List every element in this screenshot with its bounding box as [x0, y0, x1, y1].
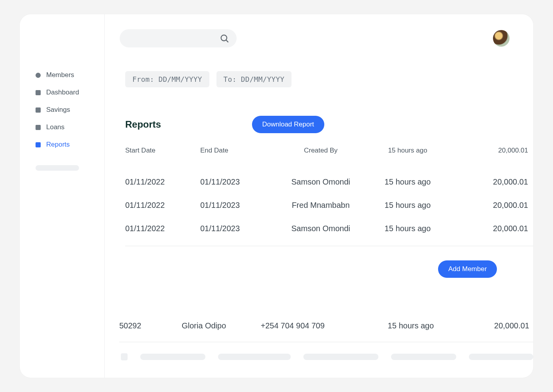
- cell-time: 15 hours ago: [366, 177, 449, 187]
- from-date-input[interactable]: From: DD/MM/YYYY: [125, 71, 209, 87]
- add-member-button[interactable]: Add Member: [438, 260, 497, 278]
- cell-amount: 20,000.01: [449, 201, 528, 210]
- table-row[interactable]: 01/11/2022 01/11/2023 Samson Omondi 15 h…: [125, 217, 533, 240]
- svg-point-0: [221, 35, 227, 41]
- cell-time: 15 hours ago: [366, 201, 449, 210]
- skeleton-pill: [469, 354, 533, 360]
- cell-method: Cash: [528, 201, 533, 210]
- download-report-button[interactable]: Download Report: [252, 116, 324, 133]
- reports-table: Start Date End Date Created By 15 hours …: [120, 147, 533, 378]
- cell-time: 15 hours ago: [367, 321, 454, 330]
- cell-id: 50292: [119, 321, 182, 330]
- sidebar-item-label: Reports: [46, 141, 70, 149]
- cell-start: 01/11/2022: [125, 224, 200, 233]
- circle-icon: [36, 73, 41, 78]
- to-date-input[interactable]: To: DD/MM/YYYY: [216, 71, 292, 87]
- date-filters: From: DD/MM/YYYY To: DD/MM/YYYY: [120, 71, 533, 87]
- square-icon: [36, 107, 41, 113]
- skeleton-row: [121, 353, 533, 360]
- table-row[interactable]: 01/11/2022 01/11/2023 Samson Omondi 15 h…: [125, 170, 533, 194]
- cell-method: Cash: [528, 224, 533, 233]
- table-separator: [125, 246, 533, 246]
- skeleton-pill: [140, 354, 205, 360]
- member-row[interactable]: 50292 Gloria Odipo +254 704 904 709 15 h…: [119, 321, 533, 330]
- cell-start: 01/11/2022: [125, 177, 200, 187]
- avatar[interactable]: [493, 30, 510, 47]
- sidebar: Members Dashboard Savings Loans Reports: [20, 14, 105, 378]
- cell-start: 01/11/2022: [125, 201, 200, 210]
- svg-line-1: [226, 40, 228, 42]
- sidebar-item-reports[interactable]: Reports: [36, 136, 97, 153]
- th-amount: 20,000.01: [449, 147, 528, 155]
- th-start: Start Date: [125, 147, 200, 155]
- cell-created-by: Samson Omondi: [275, 177, 366, 187]
- cell-amount: 20,000.01: [449, 224, 528, 233]
- cell-created-by: Samson Omondi: [275, 224, 366, 233]
- cell-end: 01/11/2023: [200, 224, 275, 233]
- skeleton-pill: [303, 354, 378, 360]
- th-time: 15 hours ago: [366, 147, 449, 155]
- skeleton-pill: [391, 354, 456, 360]
- sidebar-item-label: Savings: [46, 106, 70, 114]
- cell-method: Cash: [528, 177, 533, 187]
- cell-end: 01/11/2023: [200, 177, 275, 187]
- square-icon: [36, 142, 41, 147]
- search-icon: [220, 34, 229, 43]
- cell-phone: +254 704 904 709: [261, 321, 367, 330]
- table-header: Start Date End Date Created By 15 hours …: [125, 147, 533, 155]
- skeleton-checkbox: [121, 353, 128, 360]
- square-icon: [36, 90, 41, 95]
- skeleton-pill: [218, 354, 291, 360]
- sidebar-item-label: Dashboard: [46, 89, 79, 96]
- topbar: [120, 29, 533, 47]
- cell-time: 15 hours ago: [366, 224, 449, 233]
- section-header: Reports Download Report: [120, 116, 533, 133]
- th-end: End Date: [200, 147, 275, 155]
- member-separator: [119, 342, 533, 342]
- sidebar-skeleton: [36, 165, 79, 171]
- cell-created-by: Fred Mnambabn: [275, 201, 366, 210]
- table-row[interactable]: 01/11/2022 01/11/2023 Fred Mnambabn 15 h…: [125, 194, 533, 217]
- sidebar-item-label: Members: [46, 71, 74, 79]
- sidebar-item-loans[interactable]: Loans: [36, 119, 97, 136]
- th-method: Cash: [528, 147, 533, 155]
- square-icon: [36, 125, 41, 130]
- cell-amount: 20,000.01: [449, 177, 528, 187]
- cell-end: 01/11/2023: [200, 201, 275, 210]
- cell-method: Cash: [529, 321, 533, 330]
- cell-amount: 20,000.01: [454, 321, 529, 330]
- search-input[interactable]: [120, 29, 237, 47]
- sidebar-item-members[interactable]: Members: [36, 66, 97, 84]
- th-created-by: Created By: [275, 147, 366, 155]
- page-title: Reports: [125, 119, 161, 130]
- app-window: Members Dashboard Savings Loans Reports: [20, 14, 533, 378]
- sidebar-item-savings[interactable]: Savings: [36, 101, 97, 119]
- sidebar-item-label: Loans: [46, 123, 64, 131]
- cell-name: Gloria Odipo: [182, 321, 261, 330]
- sidebar-item-dashboard[interactable]: Dashboard: [36, 84, 97, 101]
